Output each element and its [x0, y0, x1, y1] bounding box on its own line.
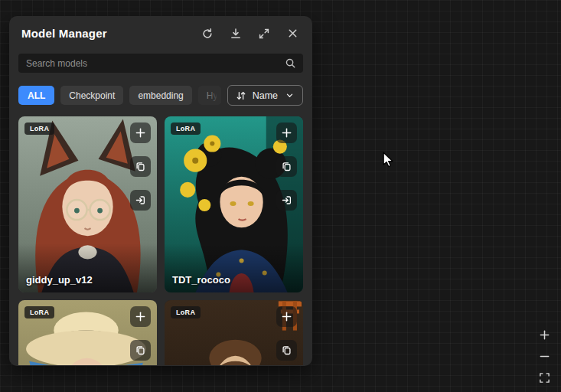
search-bar	[18, 54, 303, 73]
search-icon[interactable]	[285, 57, 296, 72]
filter-chip-embedding[interactable]: embedding	[129, 86, 191, 105]
sort-arrows-icon	[235, 90, 247, 102]
filter-chip-label: ALL	[28, 90, 45, 101]
filter-bar: ALL Checkpoint embedding Hypernetwork Na…	[18, 85, 303, 106]
model-manager-panel: Model Manager	[9, 16, 312, 366]
download-icon[interactable]	[230, 28, 242, 40]
model-name: giddy_up_v12	[26, 274, 93, 286]
load-into-workflow-button[interactable]	[130, 190, 151, 211]
model-type-badge: LoRA	[171, 306, 201, 318]
mouse-cursor	[383, 152, 394, 171]
zoom-in-icon[interactable]	[537, 328, 551, 341]
chevron-down-icon	[283, 90, 295, 102]
node-canvas[interactable]: { "colors": { "accent_blue": "#3d8bfd", …	[0, 0, 561, 392]
canvas-controls	[537, 328, 551, 384]
model-card-grid: LoRA giddy_up_v12	[18, 116, 303, 365]
filter-chip-label: embedding	[138, 90, 183, 101]
filter-chip-hypernetwork[interactable]: Hypernetwork	[198, 86, 221, 105]
model-card[interactable]: LoRA	[165, 300, 303, 365]
model-card[interactable]: LoRA giddy_up_v12	[18, 116, 157, 292]
zoom-out-icon[interactable]	[537, 349, 551, 363]
model-type-badge: LoRA	[24, 306, 54, 318]
filter-chip-all[interactable]: ALL	[18, 86, 54, 105]
expand-icon[interactable]	[258, 28, 270, 40]
sort-label: Name	[253, 90, 278, 101]
fit-view-icon[interactable]	[537, 371, 551, 384]
search-input[interactable]	[18, 54, 303, 73]
load-into-workflow-button[interactable]	[276, 190, 297, 211]
add-model-button[interactable]	[130, 306, 151, 327]
panel-header: Model Manager	[9, 16, 312, 46]
copy-model-button[interactable]	[276, 156, 297, 177]
copy-model-button[interactable]	[130, 340, 151, 361]
add-model-button[interactable]	[130, 122, 151, 143]
close-icon[interactable]	[286, 28, 298, 40]
sort-dropdown[interactable]: Name	[227, 85, 303, 106]
filter-chip-checkpoint[interactable]: Checkpoint	[60, 86, 123, 105]
add-model-button[interactable]	[276, 122, 297, 143]
truncation-fade	[209, 86, 221, 105]
filter-chip-label: Checkpoint	[69, 90, 115, 101]
copy-model-button[interactable]	[130, 156, 151, 177]
model-type-badge: LoRA	[171, 122, 201, 135]
panel-title: Model Manager	[21, 27, 107, 40]
add-model-button[interactable]	[276, 306, 297, 327]
copy-model-button[interactable]	[276, 340, 297, 361]
model-card[interactable]: LoRA TDT_rococo	[165, 116, 303, 292]
refresh-icon[interactable]	[201, 28, 214, 40]
model-name: TDT_rococo	[172, 274, 230, 286]
model-type-badge: LoRA	[24, 122, 54, 135]
panel-toolbar	[201, 28, 300, 40]
model-card[interactable]: LoRA	[18, 300, 157, 365]
